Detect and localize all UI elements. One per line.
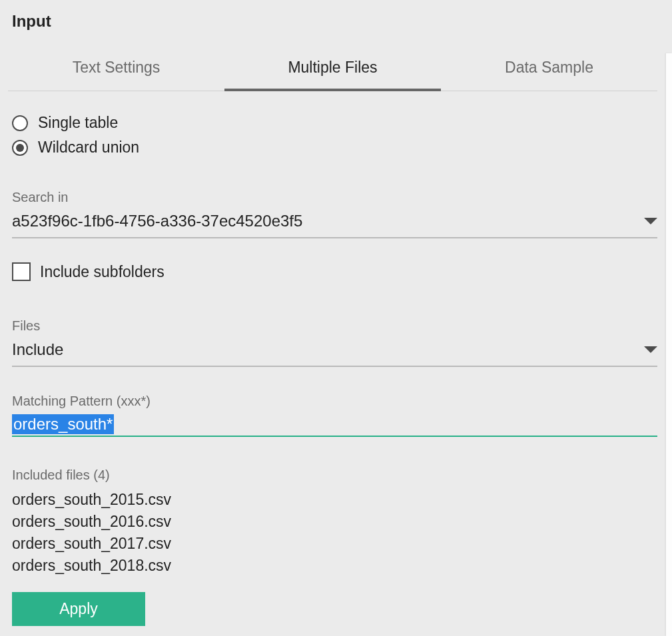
include-subfolders-checkbox[interactable]: [12, 262, 31, 281]
radio-label-single-table: Single table: [38, 114, 118, 132]
list-item: orders_south_2015.csv: [12, 491, 657, 509]
table-mode-group: Single table Wildcard union: [12, 114, 657, 157]
chevron-down-icon: [644, 218, 657, 224]
search-in-field: Search in a523f96c-1fb6-4756-a336-37ec45…: [12, 190, 657, 238]
files-filter-field: Files Include: [12, 318, 657, 367]
radio-label-wildcard-union: Wildcard union: [38, 139, 139, 157]
search-in-value: a523f96c-1fb6-4756-a336-37ec4520e3f5: [12, 212, 302, 230]
files-filter-label: Files: [12, 318, 657, 334]
radio-row-single-table[interactable]: Single table: [12, 114, 657, 132]
list-item: orders_south_2017.csv: [12, 535, 657, 553]
search-in-label: Search in: [12, 190, 657, 205]
list-item: orders_south_2016.csv: [12, 513, 657, 531]
matching-pattern-field: Matching Pattern (xxx*) orders_south*: [12, 394, 657, 437]
matching-pattern-input[interactable]: orders_south*: [12, 413, 657, 437]
tab-multiple-files[interactable]: Multiple Files: [224, 51, 441, 91]
files-filter-value: Include: [12, 340, 63, 359]
list-item: orders_south_2018.csv: [12, 557, 657, 575]
apply-button[interactable]: Apply: [12, 592, 145, 626]
tab-text-settings[interactable]: Text Settings: [8, 51, 224, 91]
radio-row-wildcard-union[interactable]: Wildcard union: [12, 139, 657, 157]
include-subfolders-label: Include subfolders: [40, 263, 165, 281]
page-title: Input: [12, 12, 657, 31]
files-filter-select[interactable]: Include: [12, 338, 657, 367]
tab-data-sample[interactable]: Data Sample: [441, 51, 657, 91]
search-in-select[interactable]: a523f96c-1fb6-4756-a336-37ec4520e3f5: [12, 209, 657, 238]
scrollbar[interactable]: [666, 53, 672, 636]
tabs: Text Settings Multiple Files Data Sample: [8, 51, 657, 91]
included-files-list: orders_south_2015.csv orders_south_2016.…: [12, 491, 657, 575]
matching-pattern-value: orders_south*: [12, 414, 114, 434]
radio-single-table[interactable]: [12, 115, 28, 131]
include-subfolders-row[interactable]: Include subfolders: [12, 262, 657, 281]
matching-pattern-label: Matching Pattern (xxx*): [12, 394, 657, 409]
radio-dot-icon: [16, 144, 24, 152]
radio-wildcard-union[interactable]: [12, 140, 28, 156]
chevron-down-icon: [644, 346, 657, 353]
included-files-label: Included files (4): [12, 468, 657, 483]
